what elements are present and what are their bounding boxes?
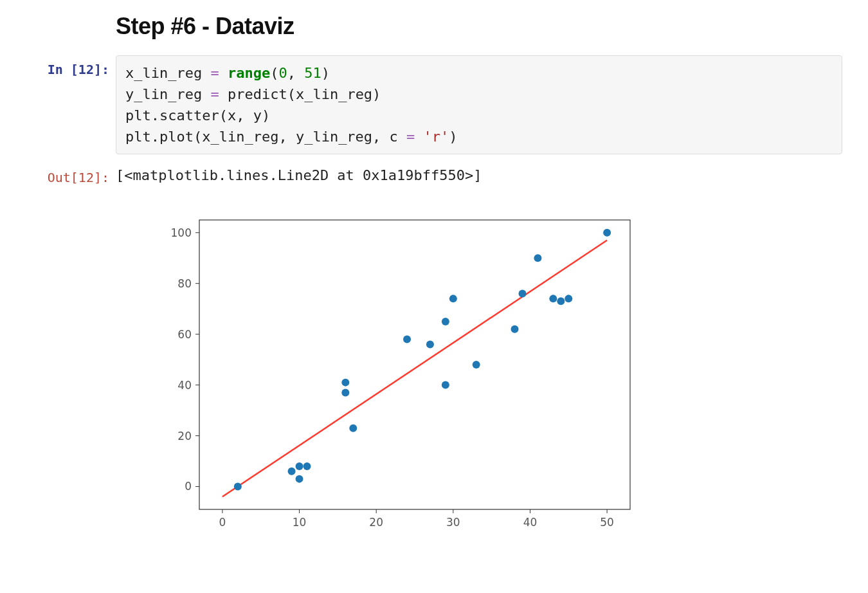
chart-output-row: 01020304050020406080100 <box>26 194 842 542</box>
y-tick-label: 100 <box>171 226 192 239</box>
svg-rect-0 <box>199 220 630 509</box>
scatter-chart: 01020304050020406080100 <box>154 207 643 542</box>
x-tick-label: 50 <box>600 516 614 529</box>
code-cell[interactable]: x_lin_reg = range(0, 51) y_lin_reg = pre… <box>116 55 842 154</box>
scatter-point <box>403 336 411 343</box>
scatter-point <box>296 462 303 470</box>
y-tick-label: 60 <box>177 328 192 341</box>
scatter-point <box>296 475 303 483</box>
y-tick-label: 0 <box>185 480 192 493</box>
scatter-point <box>288 468 296 475</box>
scatter-point <box>341 379 349 387</box>
regression-line <box>222 241 607 497</box>
in-prompt: In [12]: <box>26 55 116 77</box>
output-cell-row: Out[12]: [<matplotlib.lines.Line2D at 0x… <box>26 163 842 185</box>
section-heading: Step #6 - Dataviz <box>26 13 842 40</box>
input-cell-row: In [12]: x_lin_reg = range(0, 51) y_lin_… <box>26 55 842 154</box>
output-repr: [<matplotlib.lines.Line2D at 0x1a19bff55… <box>116 163 842 183</box>
scatter-point <box>442 381 449 389</box>
scatter-point <box>511 325 519 333</box>
scatter-point <box>341 388 349 396</box>
y-tick-label: 40 <box>177 379 192 392</box>
y-tick-label: 20 <box>177 430 192 442</box>
chart-output: 01020304050020406080100 <box>116 194 842 542</box>
scatter-point <box>303 462 311 470</box>
scatter-point <box>473 361 480 369</box>
x-tick-label: 40 <box>523 516 538 529</box>
y-tick-label: 80 <box>177 277 192 290</box>
scatter-point <box>565 295 572 302</box>
x-tick-label: 30 <box>446 516 460 529</box>
scatter-point <box>426 340 434 348</box>
scatter-point <box>534 254 541 262</box>
scatter-point <box>603 229 611 237</box>
scatter-point <box>519 289 527 297</box>
scatter-point <box>549 295 557 302</box>
x-tick-label: 20 <box>369 516 383 529</box>
scatter-point <box>449 295 457 302</box>
out-prompt: Out[12]: <box>26 163 116 185</box>
scatter-point <box>349 424 357 432</box>
scatter-point <box>234 482 242 490</box>
scatter-point <box>442 318 449 325</box>
scatter-point <box>557 297 565 305</box>
x-tick-label: 0 <box>219 516 226 529</box>
notebook: Step #6 - Dataviz In [12]: x_lin_reg = r… <box>26 13 842 542</box>
x-tick-label: 10 <box>293 516 307 529</box>
